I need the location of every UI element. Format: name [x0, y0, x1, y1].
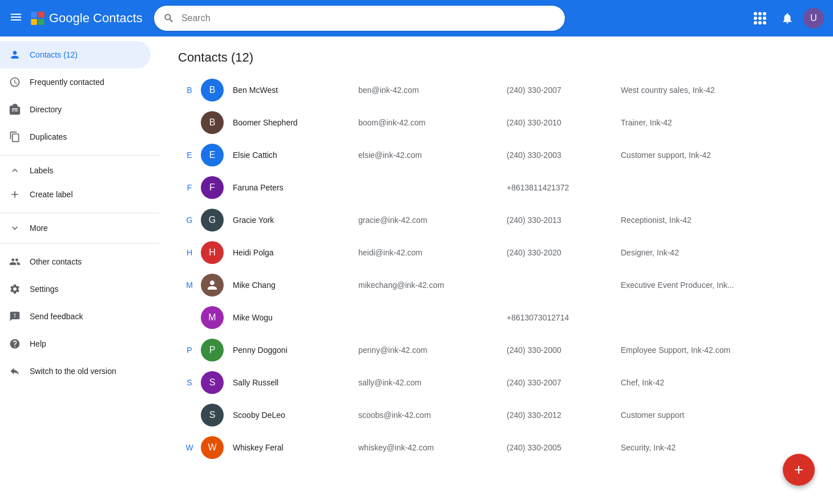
- sidebar-divider-1: [0, 155, 160, 156]
- svg-text:U: U: [810, 13, 817, 23]
- contact-avatar: F: [201, 176, 224, 199]
- letter-marker: W: [178, 443, 201, 452]
- contact-phone: (240) 330-2020: [507, 248, 621, 257]
- waffle-icon: [754, 12, 766, 25]
- contact-row[interactable]: S Scooby DeLeo scoobs@ink-42.com (240) 3…: [178, 399, 815, 432]
- sidebar-divider-2: [0, 213, 160, 213]
- contact-name: Scooby DeLeo: [233, 410, 358, 420]
- user-avatar[interactable]: U: [803, 8, 824, 29]
- contact-name: Sally Russell: [233, 378, 358, 387]
- create-label-label: Create label: [30, 190, 73, 199]
- contact-company: West country sales, Ink-42: [621, 86, 815, 95]
- contact-email: mikechang@ink-42.com: [358, 281, 507, 290]
- settings-label: Settings: [30, 284, 59, 294]
- contact-name: Elsie Cattich: [233, 151, 358, 160]
- contact-name: Mike Chang: [233, 281, 358, 290]
- contact-avatar: S: [201, 371, 224, 394]
- sidebar-divider-3: [0, 243, 160, 243]
- contact-email: boom@ink-42.com: [358, 118, 507, 127]
- sidebar-item-directory[interactable]: Directory: [0, 96, 151, 123]
- help-label: Help: [30, 339, 46, 348]
- contact-avatar: G: [201, 209, 224, 231]
- contact-company: Trainer, Ink-42: [621, 118, 815, 127]
- contact-avatar: P: [201, 339, 224, 361]
- contact-phone: (240) 330-2010: [507, 118, 621, 127]
- contact-row[interactable]: B Boomer Shepherd boom@ink-42.com (240) …: [178, 107, 815, 139]
- contact-phone: (240) 330-2000: [507, 346, 621, 355]
- contact-avatar: E: [201, 144, 224, 166]
- more-label: More: [30, 223, 48, 233]
- main-content: Contacts (12) B B Ben McWest ben@ink-42.…: [160, 36, 833, 504]
- search-bar: [154, 6, 565, 31]
- waffle-button[interactable]: [749, 7, 771, 30]
- contact-row[interactable]: G G Gracie York gracie@ink-42.com (240) …: [178, 204, 815, 237]
- send-feedback-label: Send feedback: [30, 312, 83, 321]
- contact-row[interactable]: B B Ben McWest ben@ink-42.com (240) 330-…: [178, 74, 815, 107]
- sidebar-item-send-feedback[interactable]: Send feedback: [0, 303, 151, 330]
- search-icon: [163, 13, 175, 24]
- contact-row[interactable]: H H Heidi Polga heidi@ink-42.com (240) 3…: [178, 237, 815, 269]
- letter-marker: F: [178, 183, 201, 192]
- sidebar-item-settings[interactable]: Settings: [0, 275, 151, 303]
- contact-row[interactable]: M Mike Wogu +8613073012714: [178, 302, 815, 334]
- contact-phone: (240) 330-2003: [507, 151, 621, 160]
- directory-icon: [9, 104, 21, 115]
- contact-company: Chef, Ink-42: [621, 378, 815, 387]
- sidebar-item-help[interactable]: Help: [0, 330, 151, 357]
- sidebar-item-switch-old[interactable]: Switch to the old version: [0, 357, 151, 385]
- contact-row[interactable]: E E Elsie Cattich elsie@ink-42.com (240)…: [178, 139, 815, 172]
- svg-rect-3: [38, 19, 45, 25]
- sidebar-more-header[interactable]: More: [0, 218, 151, 238]
- sidebar-item-other-contacts[interactable]: Other contacts: [0, 248, 151, 275]
- contact-email: whiskey@ink-42.com: [358, 443, 507, 452]
- svg-rect-0: [31, 11, 37, 17]
- add-contact-fab[interactable]: +: [783, 454, 815, 486]
- contact-avatar: B: [201, 111, 224, 134]
- chevron-up-icon: [9, 165, 21, 176]
- contact-avatar: S: [201, 404, 224, 426]
- contact-phone: (240) 330-2005: [507, 443, 621, 452]
- topbar-actions: U: [749, 7, 824, 30]
- contact-phone: (240) 330-2013: [507, 216, 621, 225]
- notifications-button[interactable]: [776, 7, 799, 30]
- sidebar-item-frequently-contacted[interactable]: Frequently contacted: [0, 68, 151, 96]
- menu-icon[interactable]: [9, 10, 23, 27]
- contact-company: Receptionist, Ink-42: [621, 216, 815, 225]
- bell-icon: [781, 12, 794, 25]
- contact-email: elsie@ink-42.com: [358, 151, 507, 160]
- contact-row[interactable]: M Mike Chang mikechang@ink-42.com Execut…: [178, 269, 815, 302]
- contact-company: Customer support, Ink-42: [621, 151, 815, 160]
- sidebar-item-create-label[interactable]: Create label: [0, 181, 151, 208]
- contact-row[interactable]: S S Sally Russell sally@ink-42.com (240)…: [178, 367, 815, 399]
- page-title: Contacts (12): [178, 50, 815, 65]
- contact-row[interactable]: F F Faruna Peters +8613811421372: [178, 172, 815, 204]
- frequently-contacted-label: Frequently contacted: [30, 78, 104, 87]
- contact-avatar: M: [201, 306, 224, 329]
- search-input[interactable]: [181, 13, 556, 23]
- sidebar-labels-header[interactable]: Labels: [0, 160, 151, 181]
- switch-icon: [9, 365, 21, 377]
- switch-old-label: Switch to the old version: [30, 367, 116, 376]
- contact-phone: (240) 330-2007: [507, 378, 621, 387]
- feedback-icon: [9, 311, 21, 322]
- letter-marker: E: [178, 151, 201, 160]
- directory-label: Directory: [30, 105, 62, 114]
- sidebar-item-duplicates[interactable]: Duplicates: [0, 123, 151, 151]
- sidebar-item-contacts[interactable]: Contacts (12): [0, 41, 151, 68]
- other-contacts-icon: [9, 256, 21, 267]
- chevron-down-icon: [9, 222, 21, 234]
- labels-label: Labels: [30, 166, 53, 175]
- contact-email: heidi@ink-42.com: [358, 248, 507, 257]
- contact-phone: +8613073012714: [507, 313, 621, 322]
- contact-row[interactable]: W W Whiskey Feral whiskey@ink-42.com (24…: [178, 432, 815, 464]
- contact-row[interactable]: P P Penny Doggoni penny@ink-42.com (240)…: [178, 334, 815, 367]
- contact-avatar: B: [201, 79, 224, 101]
- contact-company: Security, Ink-42: [621, 443, 815, 452]
- contact-company: Designer, Ink-42: [621, 248, 815, 257]
- contact-company: Executive Event Producer, Ink...: [621, 281, 815, 290]
- contact-email: gracie@ink-42.com: [358, 216, 507, 225]
- app-title: Google Contacts: [49, 11, 143, 26]
- letter-marker: H: [178, 248, 201, 257]
- contact-avatar: [201, 274, 224, 296]
- app-logo[interactable]: Google Contacts: [30, 10, 143, 26]
